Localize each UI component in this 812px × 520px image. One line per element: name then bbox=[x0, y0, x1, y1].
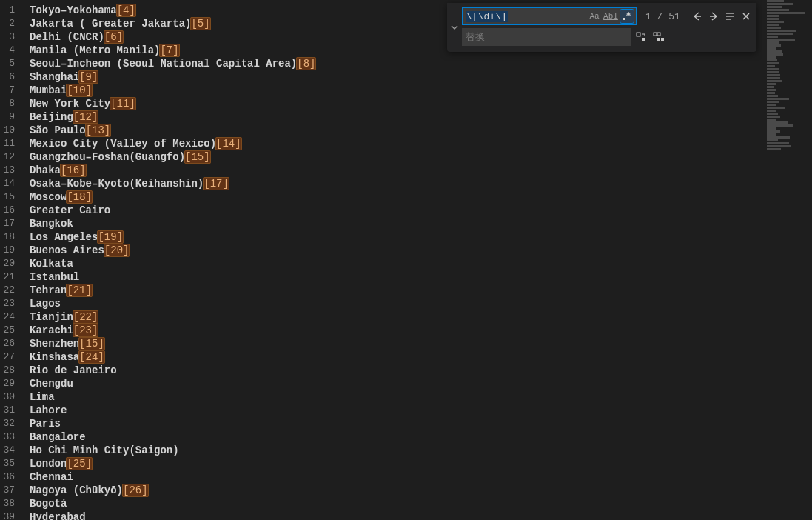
line-number: 17 bbox=[0, 217, 24, 230]
case-sensitive-toggle[interactable]: Aa bbox=[587, 9, 602, 24]
regex-match: [23] bbox=[73, 324, 99, 337]
minimap-line bbox=[767, 21, 784, 23]
code-line[interactable]: Tehran[21] bbox=[30, 284, 316, 297]
code-line[interactable]: Rio de Janeiro bbox=[30, 364, 316, 377]
code-line[interactable]: Moscow[18] bbox=[30, 190, 316, 204]
minimap-line bbox=[767, 74, 780, 76]
code-line[interactable]: Tokyo–Yokohama[4] bbox=[30, 4, 316, 17]
whole-word-toggle[interactable]: Abl bbox=[603, 9, 618, 24]
code-line[interactable]: London[25] bbox=[30, 457, 316, 470]
prev-match-button[interactable] bbox=[690, 9, 705, 24]
editor-area[interactable]: 1234567891011121314151617181920212223242… bbox=[0, 0, 762, 520]
next-match-button[interactable] bbox=[706, 9, 721, 24]
minimap-line bbox=[767, 104, 776, 106]
regex-match: [9] bbox=[78, 70, 98, 84]
code-line[interactable]: Lima bbox=[30, 390, 316, 404]
city-text: Moscow bbox=[30, 191, 67, 203]
line-number: 18 bbox=[0, 230, 24, 244]
close-find-button[interactable] bbox=[739, 9, 754, 24]
regex-toggle[interactable] bbox=[620, 9, 634, 24]
code-line[interactable]: Kinshasa[24] bbox=[30, 350, 316, 364]
regex-icon bbox=[622, 11, 632, 21]
city-text: Greater Cairo bbox=[30, 204, 110, 216]
code-line[interactable]: Kolkata bbox=[30, 257, 316, 270]
code-line[interactable]: Delhi (CNCR)[6] bbox=[30, 30, 316, 44]
minimap[interactable] bbox=[762, 0, 812, 520]
city-text: Lagos bbox=[30, 298, 61, 310]
code-line[interactable]: Lagos bbox=[30, 297, 316, 310]
code-line[interactable]: Beijing[12] bbox=[30, 110, 316, 124]
toggle-replace-button[interactable] bbox=[449, 3, 460, 52]
code-line[interactable]: Shanghai[9] bbox=[30, 70, 316, 84]
line-number: 2 bbox=[0, 17, 24, 30]
code-line[interactable]: Shenzhen[15] bbox=[30, 337, 316, 350]
code-line[interactable]: New York City[11] bbox=[30, 97, 316, 110]
code-line[interactable]: Karachi[23] bbox=[30, 324, 316, 337]
minimap-line bbox=[767, 89, 776, 91]
code-line[interactable]: Los Angeles[19] bbox=[30, 230, 316, 244]
code-line[interactable]: Ho Chi Minh City(Saigon) bbox=[30, 444, 316, 457]
regex-match: [26] bbox=[122, 484, 149, 497]
city-text: Bangalore bbox=[30, 431, 86, 443]
code-line[interactable]: Tianjin[22] bbox=[30, 310, 316, 324]
line-number: 9 bbox=[0, 110, 24, 124]
regex-match: [19] bbox=[97, 230, 124, 244]
line-number: 16 bbox=[0, 204, 24, 217]
close-icon bbox=[741, 11, 751, 21]
replace-input[interactable] bbox=[463, 32, 630, 43]
code-line[interactable]: Istanbul bbox=[30, 270, 316, 284]
regex-match: [5] bbox=[190, 17, 210, 30]
code-line[interactable]: Osaka–Kobe–Kyoto(Keihanshin)[17] bbox=[30, 177, 316, 190]
minimap-line bbox=[767, 56, 776, 59]
find-nav-buttons bbox=[690, 9, 754, 24]
replace-one-button[interactable] bbox=[634, 30, 648, 44]
code-line[interactable]: Chengdu bbox=[30, 377, 316, 390]
replace-icon bbox=[635, 31, 647, 43]
code-line[interactable]: Manila (Metro Manila)[7] bbox=[30, 44, 316, 57]
minimap-line bbox=[767, 24, 779, 26]
find-in-selection-button[interactable] bbox=[722, 9, 737, 24]
code-line[interactable]: Guangzhou–Foshan(Guangfo)[15] bbox=[30, 150, 316, 164]
minimap-line bbox=[767, 39, 795, 41]
city-text: Rio de Janeiro bbox=[30, 364, 117, 376]
code-line[interactable]: Mumbai[10] bbox=[30, 84, 316, 97]
line-number: 33 bbox=[0, 430, 24, 444]
code-line[interactable]: Paris bbox=[30, 417, 316, 430]
code-line[interactable]: Buenos Aires[20] bbox=[30, 244, 316, 257]
chevron-down-icon bbox=[451, 24, 458, 31]
line-number: 1 bbox=[0, 4, 24, 17]
code-line[interactable]: Dhaka[16] bbox=[30, 164, 316, 177]
code-line[interactable]: Jakarta ( Greater Jakarta)[5] bbox=[30, 17, 316, 30]
code-line[interactable]: Hyderabad bbox=[30, 510, 316, 520]
code-line[interactable]: Chennai bbox=[30, 470, 316, 484]
regex-match: [20] bbox=[104, 244, 130, 257]
svg-rect-3 bbox=[623, 18, 625, 20]
replace-all-button[interactable] bbox=[651, 30, 666, 44]
line-number: 32 bbox=[0, 417, 24, 430]
city-text: Shenzhen bbox=[30, 338, 79, 350]
code-line[interactable]: São Paulo[13] bbox=[30, 124, 316, 137]
code-line[interactable]: Nagoya (Chūkyō)[26] bbox=[30, 484, 316, 497]
minimap-line bbox=[767, 50, 782, 53]
line-number: 27 bbox=[0, 350, 24, 364]
line-number: 25 bbox=[0, 324, 24, 337]
regex-match: [15] bbox=[78, 337, 105, 350]
code-line[interactable]: Seoul–Incheon (Seoul National Capital Ar… bbox=[30, 57, 316, 70]
code-line[interactable]: Mexico City (Valley of Mexico)[14] bbox=[30, 137, 316, 150]
code-line[interactable]: Bangkok bbox=[30, 217, 316, 230]
code-line[interactable]: Lahore bbox=[30, 404, 316, 417]
minimap-line bbox=[767, 136, 790, 139]
code-content[interactable]: Tokyo–Yokohama[4]Jakarta ( Greater Jakar… bbox=[30, 0, 316, 520]
line-number: 37 bbox=[0, 484, 24, 497]
find-input-selection: \[\d+\] bbox=[466, 11, 508, 22]
code-line[interactable]: Bangalore bbox=[30, 430, 316, 444]
minimap-line bbox=[767, 18, 779, 20]
city-text: Ho Chi Minh City(Saigon) bbox=[30, 444, 179, 456]
code-line[interactable]: Bogotá bbox=[30, 497, 316, 510]
regex-match: [8] bbox=[296, 57, 316, 70]
code-line[interactable]: Greater Cairo bbox=[30, 204, 316, 217]
regex-match: [14] bbox=[215, 137, 242, 150]
city-text: Kinshasa bbox=[30, 351, 79, 363]
city-text: Bangkok bbox=[30, 218, 73, 230]
minimap-line bbox=[767, 80, 782, 82]
